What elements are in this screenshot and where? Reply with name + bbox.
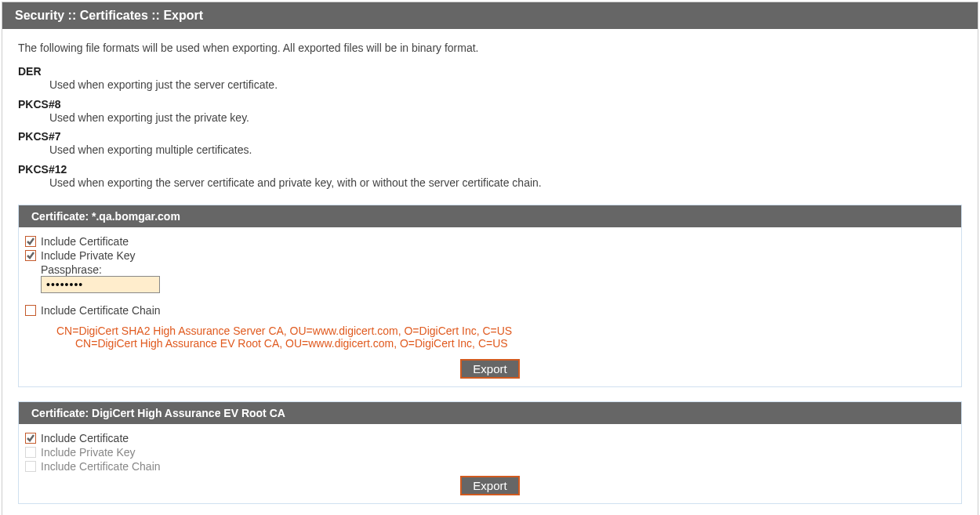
content-area: The following file formats will be used … [2,29,978,515]
include-certificate-chain-row-2: Include Certificate Chain [25,460,955,473]
passphrase-block: Passphrase: [41,263,955,293]
include-private-key-row-2: Include Private Key [25,446,955,459]
include-certificate-chain-checkbox-2 [25,461,36,472]
chain-entry-1: CN=DigiCert SHA2 High Assurance Server C… [56,325,955,337]
format-list: DER Used when exporting just the server … [18,65,962,190]
certificate-panel-2-header: Certificate: DigiCert High Assurance EV … [19,402,961,424]
page-container: Security :: Certificates :: Export The f… [2,2,978,515]
certificate-panel-2-body: Include Certificate Include Private Key … [19,424,961,503]
format-pkcs12-label: PKCS#12 [18,163,962,176]
format-pkcs8-label: PKCS#8 [18,98,962,111]
include-private-key-label: Include Private Key [41,249,136,262]
format-pkcs7-label: PKCS#7 [18,130,962,143]
format-pkcs7-desc: Used when exporting multiple certificate… [49,143,962,158]
include-certificate-row-2: Include Certificate [25,432,955,444]
page-title: Security :: Certificates :: Export [15,9,203,22]
intro-text: The following file formats will be used … [18,42,962,54]
certificate-chain-info: CN=DigiCert SHA2 High Assurance Server C… [56,325,955,350]
chain-entry-2: CN=DigiCert High Assurance EV Root CA, O… [75,337,955,350]
checkmark-icon [26,251,35,260]
export-button-2[interactable]: Export [460,476,519,495]
export-row-1: Export [25,359,955,379]
format-pkcs8-desc: Used when exporting just the private key… [49,111,962,126]
include-private-key-row: Include Private Key [25,249,955,262]
include-certificate-row: Include Certificate [25,235,955,248]
include-certificate-label: Include Certificate [41,235,129,248]
format-der-desc: Used when exporting just the server cert… [49,78,962,93]
certificate-panel-1-header: Certificate: *.qa.bomgar.com [19,205,961,227]
page-title-bar: Security :: Certificates :: Export [2,2,978,29]
include-certificate-checkbox[interactable] [25,236,36,247]
checkmark-icon [26,433,35,443]
format-pkcs12-desc: Used when exporting the server certifica… [49,176,962,191]
passphrase-label: Passphrase: [41,263,955,276]
export-row-2: Export [25,476,955,495]
include-private-key-checkbox[interactable] [25,250,36,261]
certificate-panel-1-body: Include Certificate Include Private Key … [19,227,961,386]
include-private-key-label-2: Include Private Key [41,446,136,459]
include-certificate-label-2: Include Certificate [41,432,129,444]
include-private-key-checkbox-2 [25,447,36,458]
passphrase-input[interactable] [41,276,160,293]
include-certificate-chain-label-2: Include Certificate Chain [41,460,161,473]
include-certificate-chain-checkbox[interactable] [25,305,36,316]
export-button-1[interactable]: Export [460,359,519,379]
format-der-label: DER [18,65,962,78]
include-certificate-checkbox-2[interactable] [25,433,36,444]
include-certificate-chain-row: Include Certificate Chain [25,304,955,317]
include-certificate-chain-label: Include Certificate Chain [41,304,161,317]
certificate-panel-2: Certificate: DigiCert High Assurance EV … [18,401,962,504]
certificate-panel-1: Certificate: *.qa.bomgar.com Include Cer… [18,205,962,387]
checkmark-icon [26,237,35,246]
